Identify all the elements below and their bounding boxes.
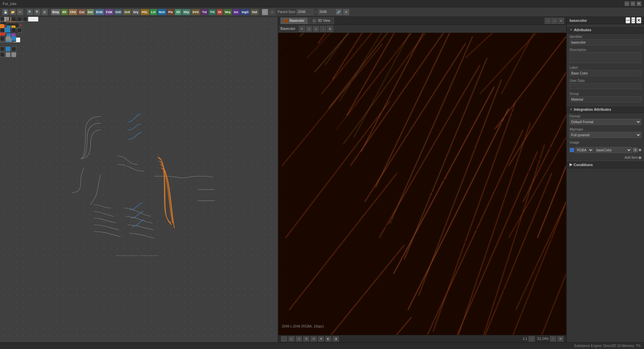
identifier-value[interactable]: basecolor	[570, 39, 641, 45]
tag-out[interactable]: Out	[251, 9, 259, 15]
n5[interactable]	[23, 17, 28, 21]
tag-chs[interactable]: ChS	[69, 9, 77, 15]
vf-btn3[interactable]: ⊡	[296, 336, 302, 342]
usage-type-select[interactable]: RGBA RGB L	[575, 147, 594, 153]
vf-btn5[interactable]: ⊟	[311, 336, 317, 342]
node-canvas[interactable]: ··· ··· ···	[0, 17, 278, 342]
vp-tool4[interactable]: ↕	[320, 26, 326, 32]
usage-delete-button[interactable]: ✕	[633, 148, 638, 152]
tag-emb[interactable]: Emb	[95, 9, 104, 15]
description-row: Description	[567, 47, 644, 64]
tag-grd[interactable]: GrD	[114, 9, 122, 15]
usage-name-select[interactable]: baseColor	[595, 147, 632, 153]
userdata-value[interactable]	[570, 83, 641, 89]
vp-min-button[interactable]: ─	[545, 18, 551, 24]
nb9[interactable]	[11, 52, 16, 57]
viewport-content[interactable]: 2048 x 2046 (RGBA, 16bpc)	[278, 33, 566, 335]
node-white2[interactable]	[28, 17, 38, 21]
nb6[interactable]	[11, 36, 16, 41]
format-select[interactable]: Default Format	[570, 119, 641, 125]
nb2[interactable]	[5, 17, 9, 21]
n4[interactable]	[17, 17, 22, 21]
vf-btn1[interactable]: ⬛	[281, 336, 287, 342]
nb3[interactable]	[0, 24, 4, 28]
nb8[interactable]	[6, 52, 10, 57]
props-window-controls: ─ □ ✕	[626, 17, 641, 23]
usage-dot	[639, 149, 641, 151]
vp-close-button[interactable]: ✕	[558, 18, 564, 24]
zoom-fit-vp-button[interactable]: ⊞	[557, 336, 564, 342]
vf-btn4[interactable]: ⊞	[303, 336, 309, 342]
fit-button[interactable]: ⊞	[41, 9, 48, 15]
tag-shp[interactable]: Shp	[182, 9, 191, 15]
props-min-button[interactable]: ─	[626, 17, 630, 23]
mipmaps-select[interactable]: Full pyramid	[570, 132, 641, 138]
tag-wrp[interactable]: Wrp	[223, 9, 232, 15]
display-btn2[interactable]: □	[269, 9, 276, 15]
tag-lvl[interactable]: Lvl	[150, 9, 157, 15]
attributes-section-header[interactable]: ▼ Attributes	[567, 26, 644, 34]
tab-basecolor[interactable]: Basecolor	[280, 17, 308, 24]
integration-section-label: Integration Attributes	[574, 107, 611, 111]
tag-tr5[interactable]: Tr5	[209, 9, 216, 15]
vp-tool2[interactable]: ◫	[306, 26, 312, 32]
props-max-button[interactable]: □	[631, 17, 635, 23]
nb7[interactable]	[0, 52, 5, 57]
tag-ingo[interactable]: IngO	[240, 9, 250, 15]
conditions-section-header[interactable]: ▶ Conditions	[567, 161, 644, 168]
tag-svg[interactable]: SVG	[191, 9, 200, 15]
nb4[interactable]	[0, 36, 5, 41]
reset-size-button[interactable]: ↺	[343, 9, 350, 15]
node-editor[interactable]: ··· ··· ···	[0, 17, 278, 342]
save-button[interactable]: 💾	[2, 9, 9, 15]
tag-gra[interactable]: Grd	[123, 9, 131, 15]
minimize-button[interactable]: ─	[625, 1, 629, 6]
props-close-button[interactable]: ✕	[636, 17, 641, 23]
tab-3dview[interactable]: 3D View	[309, 17, 334, 24]
close-button[interactable]: ✕	[637, 1, 641, 6]
zoom-in-button[interactable]: 🔍	[26, 9, 33, 15]
vp-tool5[interactable]: ⊞	[327, 26, 333, 32]
conditions-section-label: Conditions	[574, 163, 593, 167]
tag-cur[interactable]: Cur	[78, 9, 86, 15]
tag-sh[interactable]: Sh	[175, 9, 181, 15]
label-value[interactable]: Base Color	[570, 70, 641, 76]
parent-size-input[interactable]	[297, 9, 313, 15]
vf-btn8[interactable]: ◨	[333, 336, 339, 342]
group-value[interactable]: Material	[570, 96, 641, 102]
output-size-input[interactable]	[318, 9, 335, 15]
tag-hsl[interactable]: HSL	[141, 9, 149, 15]
vp-tool1[interactable]: ⟳	[299, 26, 305, 32]
tag-pix[interactable]: Pix	[167, 9, 174, 15]
tag-nrm[interactable]: Nrm	[158, 9, 166, 15]
n9[interactable]	[17, 28, 22, 33]
vp-max-button[interactable]: □	[551, 18, 557, 24]
undo-button[interactable]: ↩	[17, 9, 23, 15]
link-size-button[interactable]: 🔗	[335, 9, 342, 15]
vf-btn2[interactable]: ◱	[288, 336, 294, 342]
zoom-out-button[interactable]: 🔍	[34, 9, 41, 15]
tag-inc[interactable]: Inc	[233, 9, 240, 15]
vf-btn6[interactable]: ⊠	[318, 336, 324, 342]
tag-blr[interactable]: Blr	[61, 9, 68, 15]
add-item-button[interactable]: Add Item	[625, 156, 641, 159]
tag-bmp[interactable]: Bmp	[51, 9, 60, 15]
zoom-in-vp-button[interactable]: +	[550, 336, 556, 342]
vp-tool3[interactable]: ◱	[313, 26, 319, 32]
status-bar: Substance Engine: Direct3D 10 Memory: 7%	[0, 342, 644, 349]
zoom-out-vp-button[interactable]: −	[529, 336, 535, 342]
tag-fxm[interactable]: FxM	[105, 9, 113, 15]
tag-or[interactable]: Or	[217, 9, 223, 15]
tag-txt[interactable]: Txt	[201, 9, 208, 15]
nb1[interactable]	[0, 17, 4, 21]
integration-section-header[interactable]: ▼ Integration Attributes	[567, 106, 644, 113]
open-button[interactable]: 📂	[9, 9, 16, 15]
display-btn1[interactable]: □	[262, 9, 268, 15]
vf-btn7[interactable]: ◧	[325, 336, 331, 342]
nb5[interactable]	[6, 36, 10, 41]
add-item-label: Add Item	[625, 156, 638, 159]
tag-dst[interactable]: Dst	[87, 9, 94, 15]
description-value[interactable]	[570, 52, 641, 63]
maximize-button[interactable]: □	[631, 1, 635, 6]
tag-gry[interactable]: Gry	[132, 9, 140, 15]
